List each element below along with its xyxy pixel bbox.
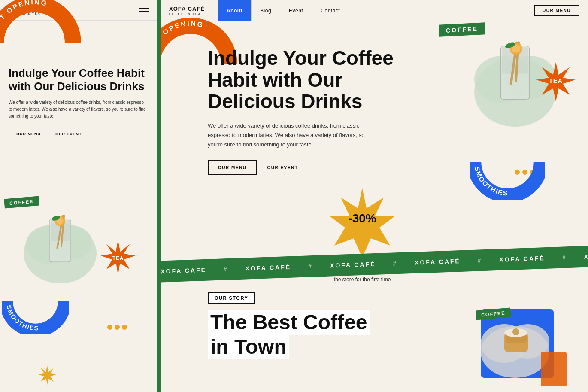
right-our-event-button[interactable]: OUR EVENT [267, 165, 298, 170]
hamburger-menu[interactable] [139, 8, 149, 12]
dot-1 [107, 325, 112, 330]
right-logo: XOFA CAFÉ COFFEE & TEA [169, 6, 205, 15]
nav-event[interactable]: Event [280, 0, 312, 21]
svg-text:TEA: TEA [549, 77, 563, 84]
svg-point-37 [512, 328, 519, 335]
dot-3 [122, 325, 127, 330]
svg-text:-30%: -30% [348, 212, 376, 225]
smoothies-arc-left-svg: SMOOTHIES [2, 268, 69, 334]
starburst-bottom-left [26, 365, 69, 392]
coffee-cup [500, 324, 534, 359]
right-hero-title: Indulge Your Coffee Habit with Our Delic… [208, 47, 414, 112]
discount-starburst: -30% [324, 185, 401, 262]
left-buttons: OUR MENU OUR EVENT [9, 128, 149, 140]
starburst-bottom-left-svg [26, 365, 69, 390]
nav-contact[interactable]: Contact [312, 0, 349, 21]
right-hero: Indulge Your Coffee Habit with Our Delic… [208, 47, 414, 175]
left-our-event-button[interactable]: OUR EVENT [55, 132, 82, 136]
smoothies-arc-right: SMOOTHIES [470, 125, 545, 201]
tea-starburst-right: TEA [532, 60, 579, 109]
tea-starburst-right-svg: TEA [532, 60, 579, 107]
our-story-title: The Best Coffee in Town [208, 310, 388, 359]
svg-text:SMOOTHIES: SMOOTHIES [5, 304, 39, 332]
right-our-menu-button-hero[interactable]: OUR MENU [208, 160, 257, 175]
vertical-divider [159, 0, 161, 392]
story-title-line2: in Town [208, 335, 289, 359]
right-our-menu-button[interactable]: OUR MENU [534, 5, 579, 16]
left-hero: Indulge Your Coffee Habit with Our Delic… [9, 67, 149, 140]
left-our-menu-button[interactable]: OUR MENU [9, 128, 48, 140]
story-title-line1: The Best Coffee [208, 310, 370, 335]
drink-glass-right [496, 41, 534, 109]
tea-starburst-left: TEA [99, 238, 137, 279]
left-hero-description: We offer a wide variety of delicious cof… [9, 99, 149, 120]
drink-glass-left [43, 215, 77, 275]
smoothies-arc-left: SMOOTHIES [2, 268, 69, 336]
dot-2 [115, 325, 120, 330]
left-hero-title: Indulge Your Coffee Habit with Our Delic… [9, 67, 149, 93]
left-panel: XOFA CAFÉ COFFEE & TEA SOFT OPENING Indu… [0, 0, 159, 392]
dots-left [107, 325, 127, 330]
svg-text:TEA: TEA [112, 255, 124, 261]
svg-marker-14 [38, 366, 57, 385]
coffee-tag-right: COFFEE [439, 22, 485, 37]
our-story-section: OUR STORY The Best Coffee in Town [208, 292, 388, 359]
tea-starburst-left-svg: TEA [99, 238, 137, 277]
nav-blog[interactable]: Blog [251, 0, 280, 21]
right-buttons: OUR MENU OUR EVENT [208, 160, 414, 175]
our-story-label: OUR STORY [208, 292, 255, 304]
smoothies-arc-right-svg: SMOOTHIES [470, 125, 545, 200]
right-hero-description: We offer a wide variety of delicious cof… [208, 121, 379, 149]
right-panel: XOFA CAFÉ COFFEE & TEA About Blog Event … [161, 0, 588, 392]
coffee-orange-accent [541, 352, 567, 386]
